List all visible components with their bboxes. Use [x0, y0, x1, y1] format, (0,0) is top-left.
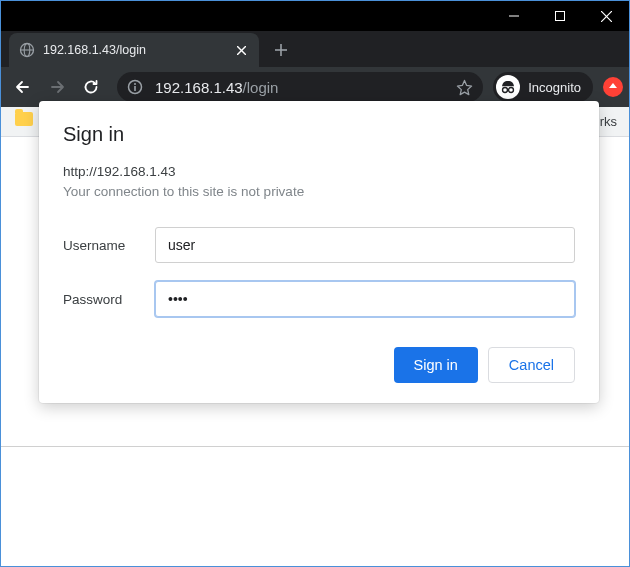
cancel-label: Cancel — [509, 357, 554, 373]
back-button[interactable] — [7, 71, 39, 103]
browser-tab[interactable]: 192.168.1.43/login — [9, 33, 259, 67]
http-auth-dialog: Sign in http://192.168.1.43 Your connect… — [39, 101, 599, 403]
arrow-right-icon — [48, 78, 66, 96]
password-input[interactable] — [155, 281, 575, 317]
incognito-label: Incognito — [528, 80, 581, 95]
username-input[interactable] — [155, 227, 575, 263]
username-row: Username — [63, 227, 575, 263]
svg-point-15 — [509, 88, 514, 93]
bookmark-star-button[interactable] — [456, 79, 473, 96]
svg-rect-13 — [134, 86, 136, 91]
username-label: Username — [63, 238, 155, 253]
reload-icon — [82, 78, 100, 96]
folder-icon — [15, 112, 33, 126]
dialog-title: Sign in — [63, 123, 575, 146]
forward-button[interactable] — [41, 71, 73, 103]
extension-button[interactable] — [603, 77, 623, 97]
dialog-actions: Sign in Cancel — [63, 347, 575, 383]
close-icon — [237, 46, 246, 55]
svg-point-12 — [134, 83, 136, 85]
dialog-warning: Your connection to this site is not priv… — [63, 184, 575, 199]
maximize-icon — [555, 11, 565, 21]
close-icon — [601, 11, 612, 22]
password-label: Password — [63, 292, 155, 307]
other-bookmarks-label[interactable]: rks — [600, 114, 617, 129]
address-bar[interactable]: 192.168.1.43/login — [117, 72, 483, 102]
tab-strip: 192.168.1.43/login — [1, 31, 629, 67]
globe-icon — [19, 42, 35, 58]
signin-label: Sign in — [414, 357, 458, 373]
svg-point-14 — [503, 88, 508, 93]
new-tab-button[interactable] — [267, 36, 295, 64]
incognito-indicator[interactable]: Incognito — [493, 72, 593, 102]
password-row: Password — [63, 281, 575, 317]
reload-button[interactable] — [75, 71, 107, 103]
plus-icon — [274, 43, 288, 57]
incognito-icon — [496, 75, 520, 99]
url-text: 192.168.1.43/login — [155, 79, 456, 96]
arrow-left-icon — [14, 78, 32, 96]
arrow-up-icon — [608, 82, 618, 92]
bookmark-folder[interactable] — [15, 112, 33, 126]
dialog-origin: http://192.168.1.43 — [63, 164, 575, 179]
footer-divider — [1, 446, 629, 447]
minimize-icon — [509, 11, 519, 21]
signin-button[interactable]: Sign in — [394, 347, 478, 383]
url-host: 192.168.1.43 — [155, 79, 243, 96]
svg-rect-1 — [556, 12, 565, 21]
url-path: /login — [243, 79, 279, 96]
window-titlebar — [1, 1, 629, 31]
minimize-button[interactable] — [491, 1, 537, 31]
tab-title: 192.168.1.43/login — [43, 43, 233, 57]
browser-window: 192.168.1.43/login 192.168.1.43/login — [0, 0, 630, 567]
close-window-button[interactable] — [583, 1, 629, 31]
maximize-button[interactable] — [537, 1, 583, 31]
tab-close-button[interactable] — [233, 42, 249, 58]
site-info-icon[interactable] — [127, 79, 143, 95]
cancel-button[interactable]: Cancel — [488, 347, 575, 383]
